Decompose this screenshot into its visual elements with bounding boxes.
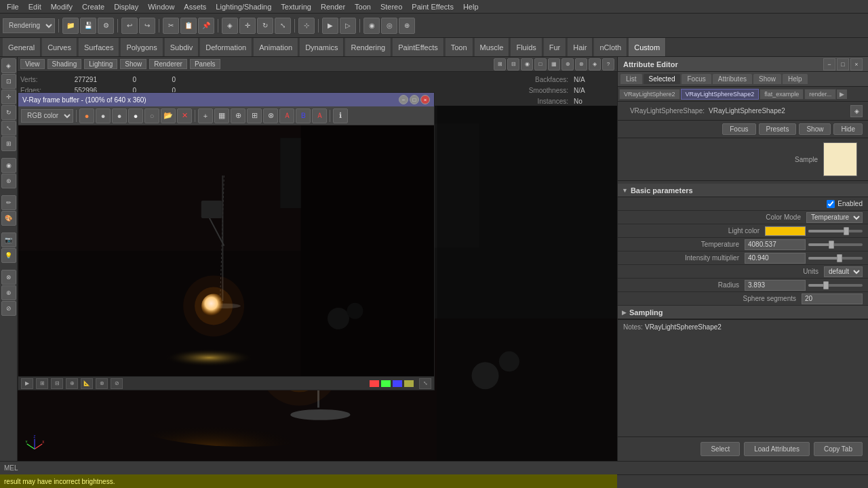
menu-render[interactable]: Render: [317, 1, 349, 12]
vp-tb-1[interactable]: ⊞: [494, 58, 506, 70]
menu-stereo[interactable]: Stereo: [376, 1, 406, 12]
toolbar-snap[interactable]: ⊹: [298, 18, 315, 34]
left-light[interactable]: 💡: [1, 248, 16, 263]
vp-renderer[interactable]: Renderer: [149, 59, 187, 69]
shelf-subdiv[interactable]: Subdiv: [165, 38, 199, 56]
focus-button[interactable]: Focus: [722, 123, 755, 135]
fb-status-1[interactable]: ▶: [21, 378, 33, 389]
menu-file[interactable]: File: [3, 1, 23, 12]
attr-close[interactable]: ×: [850, 58, 863, 70]
menu-help[interactable]: Help: [459, 1, 483, 12]
left-sculpt[interactable]: ⊛: [1, 174, 16, 188]
left-paint[interactable]: ✏: [1, 195, 16, 210]
shelf-toon[interactable]: Toon: [446, 38, 473, 56]
attr-tab-focus[interactable]: Focus: [682, 74, 711, 84]
color-mode-select[interactable]: Temperature: [806, 212, 863, 223]
render-mode-dropdown[interactable]: Rendering: [3, 18, 55, 33]
radius-slider[interactable]: [808, 284, 863, 287]
vp-tb-2[interactable]: ⊟: [507, 58, 519, 70]
fb-status-zoom[interactable]: ⤡: [419, 378, 431, 389]
presets-button[interactable]: Presets: [759, 123, 797, 135]
units-select[interactable]: default: [824, 266, 863, 277]
fb-btn-x[interactable]: ✕: [177, 108, 192, 123]
intensity-slider[interactable]: [808, 257, 863, 260]
vp-tb-6[interactable]: ⊕: [561, 58, 574, 70]
toolbar-move[interactable]: ✛: [239, 18, 256, 34]
toolbar-more3[interactable]: ⊕: [399, 18, 415, 34]
vp-view[interactable]: View: [20, 59, 45, 69]
fb-btn-cursor[interactable]: ▦: [214, 108, 229, 123]
left-rotate[interactable]: ↻: [1, 105, 16, 120]
left-deform[interactable]: ⊗: [1, 270, 16, 285]
viewport-content[interactable]: Verts: 277291 0 0 Edges: 552996 0 0 Face…: [18, 72, 617, 461]
params-section[interactable]: ▼ Basic parameters Enabled Color Mode Te…: [618, 181, 868, 436]
toolbar-render[interactable]: ▶: [322, 18, 338, 34]
fb-btn-folder[interactable]: 📂: [161, 108, 176, 123]
fb-btn-ab2[interactable]: Ｂ: [296, 108, 311, 123]
node-tabs-more[interactable]: ▶: [837, 89, 847, 99]
left-soft-mod[interactable]: ◉: [1, 158, 16, 173]
left-ik[interactable]: ⊘: [1, 301, 16, 316]
toolbar-btn-7[interactable]: 📋: [180, 18, 197, 34]
show-button[interactable]: Show: [799, 123, 831, 135]
toolbar-more2[interactable]: ◎: [381, 18, 397, 34]
fb-status-6[interactable]: ⊗: [96, 378, 108, 389]
menu-paint[interactable]: Paint Effects: [408, 1, 458, 12]
node-tab-sphereshape2[interactable]: VRayLightSphereShape2: [681, 89, 760, 100]
shelf-general[interactable]: General: [3, 38, 41, 56]
node-tab-render[interactable]: render...: [804, 89, 836, 100]
toolbar-btn-6[interactable]: ✂: [163, 18, 179, 34]
shelf-surfaces[interactable]: Surfaces: [79, 38, 119, 56]
left-camera[interactable]: 📷: [1, 232, 16, 247]
left-move[interactable]: ✛: [1, 89, 16, 104]
shelf-hair[interactable]: Hair: [568, 38, 593, 56]
fb-btn-circle-dark[interactable]: ○: [144, 108, 159, 123]
vp-tb-9[interactable]: ?: [602, 58, 614, 70]
fb-status-7[interactable]: ⊘: [111, 378, 123, 389]
vp-lighting[interactable]: Lighting: [84, 59, 117, 69]
toolbar-more1[interactable]: ◉: [363, 18, 380, 34]
toolbar-btn-4[interactable]: ↩: [121, 18, 138, 34]
left-scale[interactable]: ⤡: [1, 121, 16, 136]
left-select[interactable]: ◈: [1, 58, 16, 73]
attr-tab-help[interactable]: Help: [783, 74, 808, 84]
attr-tab-attributes[interactable]: Attributes: [713, 74, 752, 84]
select-button[interactable]: Select: [701, 442, 740, 456]
load-attributes-button[interactable]: Load Attributes: [744, 442, 810, 456]
shelf-fur[interactable]: Fur: [544, 38, 567, 56]
attr-tab-list[interactable]: List: [620, 74, 642, 84]
left-joint[interactable]: ⊕: [1, 285, 16, 300]
enabled-checkbox[interactable]: [827, 200, 835, 208]
toolbar-btn-8[interactable]: 📌: [198, 18, 214, 34]
toolbar-scale[interactable]: ⤡: [275, 18, 291, 34]
left-lasso[interactable]: ⊡: [1, 74, 16, 89]
vp-tb-5[interactable]: ▦: [548, 58, 560, 70]
menu-edit[interactable]: Edit: [24, 1, 45, 12]
toolbar-btn-3[interactable]: ⚙: [98, 18, 114, 34]
vp-tb-3[interactable]: ◉: [521, 58, 533, 70]
sampling-header[interactable]: ▶ Sampling: [618, 306, 868, 319]
vray-fb-image[interactable]: [18, 125, 434, 376]
menu-modify[interactable]: Modify: [47, 1, 77, 12]
vray-fb-close[interactable]: ×: [420, 95, 430, 104]
fb-btn-plus[interactable]: +: [198, 108, 213, 123]
vray-channel-dropdown[interactable]: RGB color: [21, 109, 73, 123]
vp-tb-4[interactable]: □: [534, 58, 547, 70]
attr-minimize[interactable]: −: [823, 58, 835, 70]
shelf-rendering[interactable]: Rendering: [345, 38, 391, 56]
attr-float[interactable]: □: [837, 58, 849, 70]
fb-status-5[interactable]: 📐: [81, 378, 93, 389]
shelf-painteffects[interactable]: PaintEffects: [393, 38, 444, 56]
attr-tab-selected[interactable]: Selected: [644, 74, 681, 84]
toolbar-rotate[interactable]: ↻: [257, 18, 273, 34]
fb-status-3[interactable]: ⊟: [51, 378, 63, 389]
fb-btn-cursor4[interactable]: ⊗: [263, 108, 278, 123]
vp-panels[interactable]: Panels: [190, 59, 220, 69]
hide-button[interactable]: Hide: [833, 123, 863, 135]
fb-btn-cursor3[interactable]: ⊞: [247, 108, 262, 123]
sphere-seg-input[interactable]: [802, 293, 863, 304]
toolbar-ipr[interactable]: ▷: [340, 18, 356, 34]
shelf-dynamics[interactable]: Dynamics: [300, 38, 344, 56]
light-color-slider[interactable]: [808, 230, 863, 232]
menu-create[interactable]: Create: [78, 1, 108, 12]
